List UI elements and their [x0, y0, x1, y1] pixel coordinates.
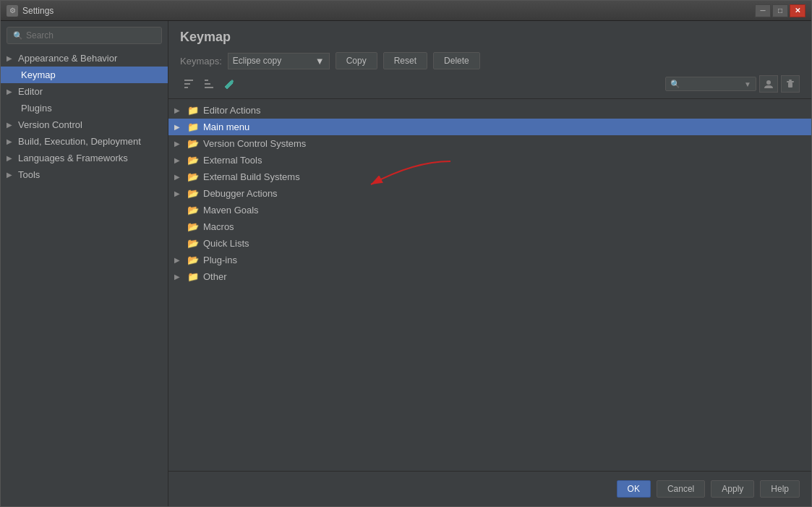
sidebar-label-version-control: Version Control	[18, 119, 82, 130]
sidebar-item-plugins[interactable]: Plugins	[1, 100, 168, 116]
tree-label-plug-ins: Plug-ins	[203, 255, 237, 265]
tree-item-main-menu[interactable]: ▶ 📁 Main menu	[168, 119, 811, 135]
sidebar-label-build-execution: Build, Execution, Deployment	[18, 136, 141, 147]
user-icon	[764, 79, 774, 89]
tree-item-macros[interactable]: 📂 Macros	[168, 218, 811, 235]
tree-arrow-debugger-actions: ▶	[174, 189, 184, 197]
svg-rect-9	[789, 80, 792, 81]
tree-label-maven-goals: Maven Goals	[203, 205, 259, 216]
keymap-row: Keymaps: Eclipse copy Default Mac OS X E…	[180, 52, 800, 69]
svg-rect-5	[205, 87, 213, 88]
folder-main-menu-icon: 📁	[187, 122, 199, 132]
sidebar-label-appearance-behavior: Appearance & Behavior	[18, 53, 117, 64]
bottom-bar: OK Cancel Apply Help	[168, 471, 811, 506]
tree-item-external-build-systems[interactable]: ▶ 📂 External Build Systems	[168, 169, 811, 185]
sidebar-item-build-execution[interactable]: ▶ Build, Execution, Deployment	[1, 133, 168, 150]
tree-label-quick-lists: Quick Lists	[203, 238, 249, 249]
window-title: Settings	[22, 6, 755, 16]
expand-arrow-build-icon: ▶	[7, 137, 15, 145]
sidebar-item-keymap[interactable]: Keymap	[1, 67, 168, 83]
tree-item-vcs[interactable]: ▶ 📂 Version Control Systems	[168, 135, 811, 152]
expand-arrow-tools-icon: ▶	[7, 171, 15, 179]
title-bar: ⚙ Settings ─ □ ✕	[1, 1, 811, 21]
sidebar-item-languages-frameworks[interactable]: ▶ Languages & Frameworks	[1, 150, 168, 166]
folder-external-build-icon: 📂	[187, 171, 199, 182]
sidebar-search[interactable]: 🔍	[7, 27, 162, 44]
expand-all-button[interactable]	[180, 77, 197, 91]
folder-maven-icon: 📂	[187, 205, 199, 216]
expand-all-icon	[183, 78, 195, 90]
close-button[interactable]: ✕	[790, 4, 805, 17]
folder-other-icon: 📁	[187, 271, 199, 282]
tree-label-external-build-systems: External Build Systems	[203, 171, 300, 182]
keymap-select-input[interactable]: Eclipse copy Default Mac OS X Eclipse	[233, 56, 312, 66]
user-icon-btn[interactable]	[759, 75, 778, 93]
sidebar-search-icon: 🔍	[13, 31, 23, 41]
sidebar-label-languages-frameworks: Languages & Frameworks	[18, 153, 128, 163]
sidebar-tree: ▶ Appearance & Behavior Keymap ▶ Editor …	[1, 50, 168, 506]
folder-vcs-icon: 📂	[187, 138, 199, 149]
tree-search-input[interactable]	[683, 79, 741, 89]
expand-arrow-vc-icon: ▶	[7, 121, 15, 129]
maximize-button[interactable]: □	[772, 4, 788, 17]
tree-arrow-external-tools: ▶	[174, 156, 184, 164]
tree-item-quick-lists[interactable]: 📂 Quick Lists	[168, 235, 811, 252]
minimize-button[interactable]: ─	[755, 4, 771, 17]
folder-macros-icon: 📂	[187, 221, 199, 232]
tree-item-debugger-actions[interactable]: ▶ 📂 Debugger Actions	[168, 185, 811, 202]
collapse-all-button[interactable]	[200, 77, 218, 91]
tree-label-editor-actions: Editor Actions	[203, 105, 261, 116]
panel-body: ▶ 📁 Editor Actions ▶ 📁 Main menu ▶ 📂	[168, 99, 811, 471]
copy-button[interactable]: Copy	[336, 52, 377, 69]
svg-rect-3	[205, 80, 208, 81]
tree-item-plug-ins[interactable]: ▶ 📂 Plug-ins	[168, 252, 811, 268]
tree-arrow-other: ▶	[174, 273, 184, 281]
search-right-area: 🔍 ▼	[665, 75, 800, 93]
tree-arrow-external-build-systems: ▶	[174, 173, 184, 181]
svg-rect-8	[787, 81, 794, 82]
help-button[interactable]: Help	[760, 480, 800, 498]
sidebar-item-tools[interactable]: ▶ Tools	[1, 166, 168, 183]
tree-item-other[interactable]: ▶ 📁 Other	[168, 268, 811, 285]
expand-arrow-lang-icon: ▶	[7, 154, 15, 162]
tree-label-vcs: Version Control Systems	[203, 138, 306, 149]
settings-window: ⚙ Settings ─ □ ✕ 🔍 ▶ Appearance & Behavi…	[0, 0, 812, 507]
tree-item-editor-actions[interactable]: ▶ 📁 Editor Actions	[168, 102, 811, 119]
folder-plug-ins-icon: 📂	[187, 255, 199, 265]
keymap-dropdown[interactable]: Eclipse copy Default Mac OS X Eclipse ▼	[228, 53, 330, 69]
tree-label-other: Other	[203, 271, 227, 282]
sidebar-item-version-control[interactable]: ▶ Version Control	[1, 116, 168, 133]
tree-item-external-tools[interactable]: ▶ 📂 External Tools	[168, 152, 811, 169]
panel-header: Keymap Keymaps: Eclipse copy Default Mac…	[168, 21, 811, 99]
reset-button[interactable]: Reset	[383, 52, 427, 69]
delete-icon-btn[interactable]	[781, 75, 800, 93]
sidebar-search-input[interactable]	[26, 30, 155, 41]
edit-button[interactable]	[221, 77, 238, 91]
sidebar-label-plugins: Plugins	[21, 103, 52, 114]
tree-item-maven-goals[interactable]: 📂 Maven Goals	[168, 202, 811, 218]
folder-quick-lists-icon: 📂	[187, 238, 199, 249]
keymaps-label: Keymaps:	[180, 56, 222, 67]
svg-point-6	[766, 80, 771, 85]
svg-rect-0	[184, 80, 193, 81]
sidebar-item-appearance-behavior[interactable]: ▶ Appearance & Behavior	[1, 50, 168, 67]
sidebar-label-tools: Tools	[18, 169, 40, 180]
delete-button[interactable]: Delete	[433, 52, 480, 69]
tree-label-debugger-actions: Debugger Actions	[203, 188, 278, 199]
tree-label-external-tools: External Tools	[203, 155, 262, 166]
cancel-button[interactable]: Cancel	[657, 480, 705, 498]
tree-search-box[interactable]: 🔍 ▼	[665, 77, 756, 91]
app-icon: ⚙	[7, 5, 18, 17]
ok-button[interactable]: OK	[617, 480, 651, 498]
sidebar-item-editor[interactable]: ▶ Editor	[1, 83, 168, 100]
apply-button[interactable]: Apply	[711, 480, 754, 498]
panel-title: Keymap	[180, 30, 800, 45]
keymap-tree: ▶ 📁 Editor Actions ▶ 📁 Main menu ▶ 📂	[168, 99, 811, 471]
folder-editor-actions-icon: 📁	[187, 105, 199, 116]
toolbar-row: 🔍 ▼	[180, 75, 800, 93]
svg-rect-7	[788, 82, 792, 88]
folder-debugger-icon: 📂	[187, 188, 199, 199]
main-content: 🔍 ▶ Appearance & Behavior Keymap ▶ Edito…	[1, 21, 811, 506]
tree-arrow-vcs: ▶	[174, 140, 184, 148]
window-controls: ─ □ ✕	[755, 4, 805, 17]
